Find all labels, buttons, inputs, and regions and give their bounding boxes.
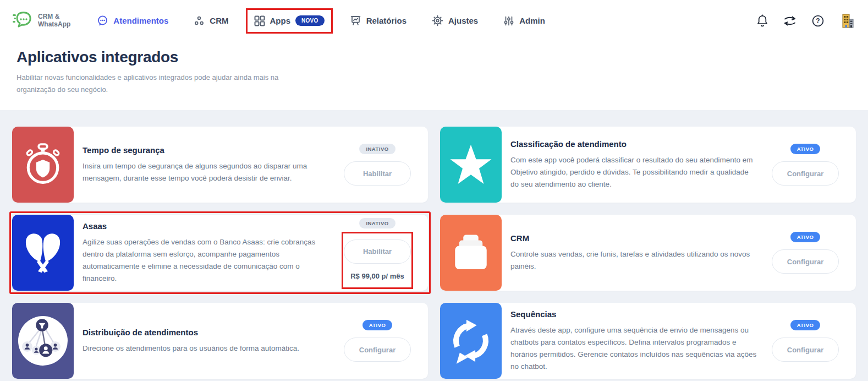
sliders-icon — [503, 15, 514, 26]
status-badge: INATIVO — [359, 144, 395, 154]
nav-item-ajustes[interactable]: Ajustes — [432, 15, 478, 26]
stopwatch-shield-icon — [12, 127, 74, 203]
status-badge: ATIVO — [362, 320, 393, 330]
app-card-tempo-de-seguranca[interactable]: Tempo de segurança Insira um tempo de se… — [12, 127, 428, 203]
star-icon — [440, 127, 502, 203]
cycle-chat-icon — [440, 303, 502, 379]
nav-item-atendimentos[interactable]: Atendimentos — [97, 15, 168, 26]
app-card-classificacao-de-atendimento[interactable]: Classificação de atendimento Com este ap… — [440, 127, 856, 203]
configurar-button[interactable]: Configurar — [772, 338, 839, 362]
card-actions: ATIVO Configurar — [769, 303, 842, 379]
status-badge: ATIVO — [790, 144, 821, 154]
page-header: Aplicativos integrados Habilitar novas f… — [0, 41, 868, 110]
page-title: Aplicativos integrados — [17, 48, 851, 66]
app-name: Sequências — [510, 309, 757, 319]
card-actions: ATIVO Configurar — [341, 303, 414, 379]
app-description: Direcione os atendimentos para os usuári… — [83, 342, 329, 355]
app-name: Distribuição de atendimentos — [83, 328, 329, 337]
nav-item-apps[interactable]: Apps NOVO — [254, 15, 325, 26]
page-subtitle: Habilitar novas funcionalidades e aplica… — [17, 72, 284, 96]
nav-item-crm[interactable]: CRM — [194, 15, 228, 26]
header-actions: ? — [756, 13, 856, 29]
card-actions: ATIVO Configurar — [769, 215, 842, 291]
app-description: Com este app você poderá classificar o r… — [510, 154, 757, 190]
asaas-wings-icon — [12, 215, 74, 291]
habilitar-button[interactable]: Habilitar — [344, 161, 411, 186]
grid-icon — [254, 15, 265, 26]
card-stack-icon — [440, 215, 502, 291]
svg-text:?: ? — [816, 17, 820, 25]
main-nav: Atendimentos CRM A — [97, 15, 545, 26]
top-nav-bar: CRM &WhatsApp Atendimentos CRM — [0, 0, 868, 41]
gear-icon — [432, 15, 443, 26]
apps-grid: Tempo de segurança Insira um tempo de se… — [12, 127, 856, 379]
whatsapp-chat-logo-icon — [12, 11, 34, 31]
nav-label: Ajustes — [448, 16, 478, 25]
novo-badge: NOVO — [295, 15, 325, 26]
nav-label: CRM — [210, 16, 228, 25]
app-name: Tempo de segurança — [83, 145, 329, 155]
company-building-icon[interactable] — [839, 13, 856, 29]
nav-label: Admin — [519, 16, 545, 25]
configurar-button[interactable]: Configurar — [344, 338, 411, 362]
nav-label: Relatórios — [366, 16, 406, 25]
app-name: Asaas — [83, 221, 329, 231]
nav-label: Atendimentos — [113, 16, 168, 25]
configurar-button[interactable]: Configurar — [772, 161, 839, 186]
chat-bubble-icon — [97, 15, 108, 26]
chart-board-icon — [350, 15, 361, 26]
nav-item-relatorios[interactable]: Relatórios — [350, 15, 406, 26]
app-price: R$ 99,00 p/ mês — [350, 272, 404, 280]
apps-section: Tempo de segurança Insira um tempo de se… — [0, 110, 868, 381]
app-description: Insira um tempo de segurança de alguns s… — [83, 160, 329, 184]
app-card-asaas[interactable]: Asaas Agilize suas operações de vendas c… — [12, 215, 428, 291]
status-badge: ATIVO — [790, 232, 821, 242]
app-name: Classificação de atendimento — [510, 139, 757, 149]
logo-text: CRM &WhatsApp — [38, 13, 70, 29]
app-description: Através deste app, configure uma sequênc… — [510, 324, 757, 372]
app-name: CRM — [510, 233, 757, 243]
app-card-sequencias[interactable]: Sequências Através deste app, configure … — [440, 303, 856, 379]
configurar-button[interactable]: Configurar — [772, 249, 839, 274]
help-icon[interactable]: ? — [811, 14, 825, 28]
habilitar-button[interactable]: Habilitar — [344, 240, 411, 264]
app-description: Controle suas vendas, crie funis, tarefa… — [510, 248, 757, 273]
notification-bell-icon[interactable] — [756, 14, 768, 28]
app-card-crm[interactable]: CRM Controle suas vendas, crie funis, ta… — [440, 215, 856, 291]
card-actions: INATIVO Habilitar R$ 99,00 p/ mês — [341, 215, 414, 291]
card-actions: ATIVO Configurar — [769, 127, 842, 203]
status-badge: INATIVO — [359, 218, 395, 228]
status-badge: ATIVO — [790, 320, 821, 330]
app-card-distribuicao-de-atendimentos[interactable]: Distribuição de atendimentos Direcione o… — [12, 303, 428, 379]
annotation-box-asaas-price: Habilitar R$ 99,00 p/ mês — [342, 232, 413, 289]
card-actions: INATIVO Habilitar — [341, 127, 414, 203]
distribution-network-icon — [12, 303, 74, 379]
nav-label: Apps — [270, 16, 291, 25]
nav-item-admin[interactable]: Admin — [503, 15, 545, 26]
app-description: Agilize suas operações de vendas com o B… — [83, 236, 329, 284]
app-logo[interactable]: CRM &WhatsApp — [12, 11, 70, 31]
nodes-icon — [194, 15, 205, 26]
transfer-arrows-icon[interactable] — [783, 15, 796, 27]
